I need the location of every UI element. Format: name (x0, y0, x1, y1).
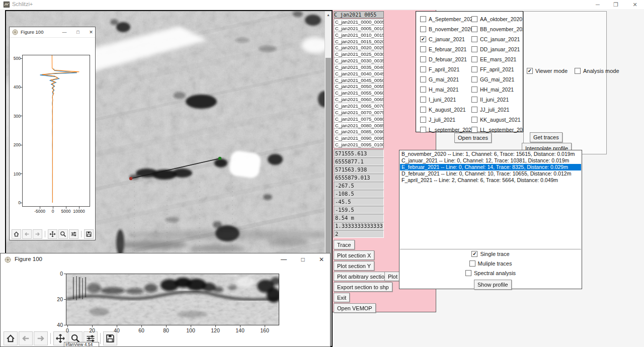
value-field[interactable]: 8.54 m (334, 214, 384, 222)
close-button[interactable]: ✕ (628, 0, 642, 9)
file-list-item[interactable]: C_jan2021_0075_0080.jpg (334, 116, 383, 123)
home-tool-button[interactable] (12, 229, 21, 239)
file-list-item[interactable]: C_jan2021_0050_0055.jpg (334, 83, 383, 90)
config-tool-button[interactable] (69, 229, 78, 239)
scroll-up-button[interactable]: ▲ (325, 11, 332, 19)
open-vemop-button[interactable]: Open VEMOP (334, 303, 376, 313)
single-trace-checkbox[interactable]: ✓Single trace (471, 251, 509, 257)
spectral-analysis-checkbox[interactable]: Spectral analysis (465, 270, 516, 276)
save-tool-button[interactable] (103, 331, 117, 345)
file-list-item[interactable]: C_jan2021_0045_0050.jpg (334, 77, 383, 84)
dataset-checkbox-J_juli_2021[interactable]: J_juli_2021 (420, 115, 475, 125)
file-list-item[interactable]: C_jan2021_0090_0095.jpg (334, 135, 383, 142)
zoom-tool-button[interactable] (58, 229, 68, 239)
dataset-checkbox-DD_januar_2021[interactable]: DD_januar_2021 (471, 44, 528, 54)
trace-tab-button[interactable]: Trace (334, 240, 355, 249)
dataset-checkbox-F_april_2021[interactable]: F_april_2021 (420, 64, 475, 74)
file-list[interactable]: C_jan2021_0000_0005.jpgC_jan2021_0005_00… (334, 19, 384, 148)
viewer-mode-checkbox[interactable]: ✓Viewer mode (527, 68, 568, 74)
dataset-checkbox-AA_oktober_2020[interactable]: AA_oktober_2020 (471, 14, 528, 24)
trace-list-item[interactable]: F_april_2021 -- Line: 2, Channel: 6, Tra… (400, 177, 581, 184)
figure-minimize-button[interactable]: — (60, 28, 69, 36)
dataset-checkbox-EE_mars_2021[interactable]: EE_mars_2021 (471, 54, 528, 64)
dataset-checkbox-II_juni_2021[interactable]: II_juni_2021 (471, 95, 528, 105)
figure-minimize-button[interactable]: — (278, 255, 289, 264)
value-field[interactable]: -45.5 (334, 198, 384, 206)
analysis-mode-checkbox[interactable]: Analysis mode (575, 68, 619, 74)
dataset-checkbox-I_juni_2021[interactable]: I_juni_2021 (420, 95, 475, 105)
dataset-checkbox-E_februar_2021[interactable]: E_februar_2021 (420, 44, 475, 54)
file-list-item[interactable]: C_jan2021_0070_0075.jpg (334, 110, 383, 116)
value-field[interactable]: 2 (334, 230, 384, 238)
plot-arbitrary-section-button[interactable]: Plot arbitrary section (334, 272, 391, 281)
trace-list-item[interactable]: B_november_2020 -- Line: 1, Channel: 6, … (400, 151, 581, 157)
dataset-checkbox-A_September_2020[interactable]: A_September_2020 (420, 14, 475, 24)
dataset-checkbox-CC_januar_2021[interactable]: CC_januar_2021 (471, 34, 528, 44)
back-tool-button[interactable] (22, 229, 32, 239)
restore-button[interactable]: ❐ (609, 0, 623, 9)
dataset-checkbox-FF_april_2021[interactable]: FF_april_2021 (471, 64, 528, 74)
value-field[interactable]: 571563.938 (334, 165, 384, 173)
plot-section-x-button[interactable]: Plot section X (334, 250, 374, 260)
get-traces-button[interactable]: Get traces (530, 132, 562, 142)
figure-maximize-button[interactable]: □ (297, 255, 308, 264)
forward-tool-button[interactable] (34, 331, 48, 345)
figure-titlebar[interactable]: Figure 100 — □ ✕ (1, 253, 330, 266)
file-list-item[interactable]: C_jan2021_0020_0025.jpg (334, 45, 383, 51)
home-tool-button[interactable] (4, 331, 18, 345)
figure-titlebar[interactable]: Figure 100 — □ ✕ (10, 27, 95, 38)
trace-list-item[interactable]: D_februar_2021 -- Line: 0, Channel: 10, … (400, 170, 581, 177)
back-tool-button[interactable] (19, 331, 33, 345)
figure-maximize-button[interactable]: □ (73, 28, 83, 36)
dataset-checkbox-GG_mai_2021[interactable]: GG_mai_2021 (471, 74, 528, 84)
dataset-checkbox-B_november_2020[interactable]: B_november_2020 (420, 24, 475, 34)
value-field[interactable]: 571555.613 (334, 149, 384, 157)
selected-file-field[interactable]: C_jan2021_0055_ (334, 11, 384, 18)
exit-button[interactable]: Exit (334, 293, 350, 302)
file-list-item[interactable]: C_jan2021_0040_0045.jpg (334, 71, 383, 77)
dataset-checkbox-C_januar_2021[interactable]: ✓C_januar_2021 (420, 34, 475, 44)
dataset-checkbox-H_mai_2021[interactable]: H_mai_2021 (420, 84, 475, 95)
show-profile-button[interactable]: Show profile (474, 280, 512, 290)
file-list-item[interactable]: C_jan2021_0005_0010.jpg (334, 26, 383, 32)
main-titlebar[interactable]: Schlitzi+ ─ ❐ ✕ (0, 0, 644, 9)
value-field[interactable]: 1.3333333333333 (334, 222, 384, 230)
dataset-checkbox-K_august_2021[interactable]: K_august_2021 (420, 105, 475, 115)
dataset-checkbox-KK_august_2021[interactable]: KK_august_2021 (471, 115, 528, 125)
dataset-checkbox-D_februar_2021[interactable]: D_februar_2021 (420, 54, 475, 64)
file-list-item[interactable]: C_jan2021_0080_0085.jpg (334, 123, 383, 129)
minimize-button[interactable]: ─ (591, 0, 605, 9)
plot-section-y-button[interactable]: Plot section Y (334, 261, 374, 271)
file-list-item[interactable]: C_jan2021_0060_0065.jpg (334, 97, 383, 103)
dataset-checkbox-BB_november_2020[interactable]: BB_november_2020 (471, 24, 528, 34)
trace-list-item[interactable]: E_februar_2021 -- Line: 0, Channel: 14, … (400, 164, 581, 170)
trace-list-item[interactable]: C_januar_2021 -- Line: 0, Channel: 12, T… (400, 157, 581, 164)
muliple-traces-checkbox[interactable]: Muliple traces (469, 261, 512, 267)
forward-tool-button[interactable] (33, 229, 42, 239)
trace-listbox[interactable]: B_november_2020 -- Line: 1, Channel: 6, … (400, 151, 581, 249)
file-list-item[interactable]: C_jan2021_0030_0035.jpg (334, 58, 383, 64)
file-list-item[interactable]: C_jan2021_0085_0090.jpg (334, 129, 383, 135)
figure-close-button[interactable]: ✕ (316, 255, 327, 264)
save-tool-button[interactable] (84, 229, 94, 239)
file-list-item[interactable]: C_jan2021_0065_0070.jpg (334, 103, 383, 110)
file-list-item[interactable]: C_jan2021_0095_0100.jpg (334, 142, 383, 148)
dataset-checkbox-G_mai_2021[interactable]: G_mai_2021 (420, 74, 475, 84)
pan-tool-button[interactable] (48, 229, 57, 239)
file-list-item[interactable]: C_jan2021_0035_0040.jpg (334, 64, 383, 71)
value-field[interactable]: -108.5 (334, 190, 384, 198)
file-list-item[interactable]: C_jan2021_0015_0020.jpg (334, 39, 383, 45)
file-list-item[interactable]: C_jan2021_0055_0060.jpg (334, 90, 383, 97)
value-field[interactable]: 6555879.013 (334, 173, 384, 182)
file-list-item[interactable]: C_jan2021_0010_0015.jpg (334, 32, 383, 39)
open-traces-button[interactable]: Open traces (454, 133, 492, 143)
export-section-to-shp-button[interactable]: Export section to shp (334, 282, 392, 292)
file-list-item[interactable]: C_jan2021_0000_0005.jpg (334, 19, 383, 26)
value-field[interactable]: 6555877.1 (334, 157, 384, 165)
file-list-item[interactable]: C_jan2021_0025_0030.jpg (334, 51, 383, 58)
dataset-checkbox-JJ_juli_2021[interactable]: JJ_juli_2021 (471, 105, 528, 115)
value-field[interactable]: -267.5 (334, 182, 384, 190)
value-field[interactable]: -159.5 (334, 206, 384, 214)
dataset-checkbox-HH_mai_2021[interactable]: HH_mai_2021 (471, 84, 528, 95)
figure-close-button[interactable]: ✕ (87, 28, 96, 36)
